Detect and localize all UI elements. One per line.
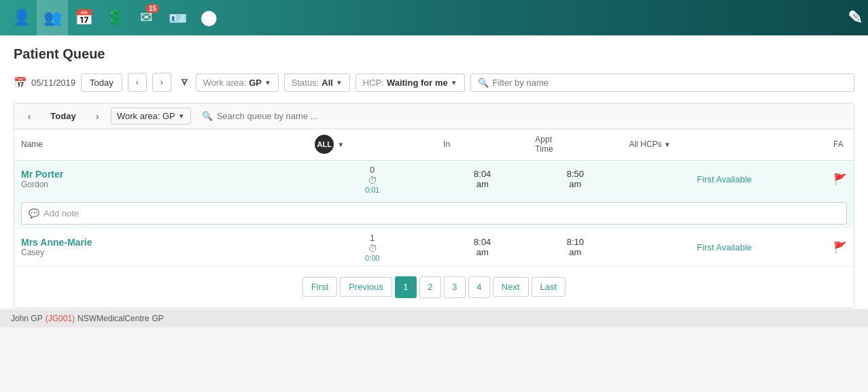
all-badge: ALL [315,135,334,154]
search-icon: 🔍 [478,78,489,88]
status-value: All [322,78,333,88]
clock-icon-1: ⏱ [368,175,377,186]
in-time-2: 8:04 [443,237,521,247]
appt-time-2: 8:10 [535,237,615,247]
flag-icon-2: 🚩 [833,242,847,253]
hcp-cell-1: First Available [622,160,827,198]
first-button[interactable]: First [302,277,337,297]
th-appt-label: Appt [535,135,552,144]
status-caret: ▼ [336,79,343,86]
filter-icon: ⛛ [179,76,190,88]
prev-date-button[interactable]: ‹ [128,73,147,92]
note-input-1[interactable]: 💬 Add note [21,202,847,225]
flag-cell-1[interactable]: 🚩 [827,160,854,198]
th-time-label: Time [535,144,553,154]
hcp-dropdown[interactable]: HCP: Waiting for me ▼ [355,74,465,92]
pagination-row: First Previous 1 2 3 4 Next Last [14,266,854,308]
nav-person-icon[interactable]: 👤 [5,0,37,35]
appt-cell-1: 8:50 am [528,160,622,198]
in-ampm-2: am [443,247,521,257]
workarea-dropdown[interactable]: Work area: GP ▼ [196,74,279,92]
nav-group-icon[interactable]: 👥 [37,0,68,35]
nav-chart-icon[interactable]: ⬤ [193,0,224,35]
name-search-bar[interactable]: 🔍 [470,74,854,92]
patient-num-2: 1 [315,233,430,243]
status-label: Status: [292,78,319,88]
flag-cell-2[interactable]: 🚩 [827,229,854,267]
hcp-value-2: First Available [697,242,752,252]
th-in: In [436,129,528,160]
hcp-value: Waiting for me [387,78,448,88]
note-row-1: 💬 Add note [14,198,854,229]
patient-sub-1: Gordon [21,180,301,189]
queue-prev-button[interactable]: ‹ [21,108,37,125]
today-button[interactable]: Today [81,74,122,92]
date-value: 05/11/2019 [31,78,75,88]
patient-num-cell-1: 0 ⏱ 0:01 [308,160,436,198]
note-bubble-icon: 💬 [29,208,39,218]
mail-badge: 15 [146,4,159,13]
nav-mail-icon[interactable]: ✉ 15 [131,0,162,35]
in-cell-1: 8:04 am [436,160,528,198]
queue-table: Name ALL ▼ In Appt Time [14,129,854,308]
appt-cell-2: 8:10 am [528,229,622,267]
in-time-1: 8:04 [443,169,521,179]
workarea-caret: ▼ [264,79,271,86]
patient-sub-2: Casey [21,248,301,257]
nav-dollar-icon[interactable]: 💲 [99,0,131,35]
all-caret: ▼ [338,141,345,148]
previous-button[interactable]: Previous [340,277,392,297]
queue-workarea-label: Work area: GP [117,111,175,121]
appt-ampm-2: am [535,247,615,257]
page-2-button[interactable]: 2 [419,276,441,298]
name-search-input[interactable] [493,78,847,88]
th-hcp[interactable]: All HCPs ▼ [622,129,827,160]
queue-workarea-select[interactable]: Work area: GP ▼ [111,108,191,125]
last-button[interactable]: Last [532,277,566,297]
table-row[interactable]: Mr Porter Gordon 0 ⏱ 0:01 8:04 am [14,160,854,198]
footer-code: (JG001) [46,314,75,323]
note-cell-1[interactable]: 💬 Add note [14,198,854,229]
page-3-button[interactable]: 3 [444,276,466,298]
footer-user: John GP [11,314,43,323]
page-1-button[interactable]: 1 [395,276,417,298]
status-dropdown[interactable]: Status: All ▼ [284,74,350,92]
main-content: Patient Queue 📅 05/11/2019 Today ‹ › ⛛ W… [0,35,868,308]
th-appt: Appt Time [528,129,622,160]
nav-card-icon[interactable]: 🪪 [162,0,193,35]
date-picker: 📅 05/11/2019 [14,76,75,89]
flag-icon-1: 🚩 [833,174,847,185]
th-fa: FA [827,129,854,160]
toolbar: 📅 05/11/2019 Today ‹ › ⛛ Work area: GP ▼… [14,73,854,92]
patient-name-cell-2: Mrs Anne-Marie Casey [14,229,308,267]
queue-workarea-caret: ▼ [178,112,185,120]
footer-centre: NSWMedicalCentre [77,314,149,323]
queue-today-label: Today [43,111,84,121]
top-navigation: 👤 👥 📅 💲 ✉ 15 🪪 ⬤ ✎ [0,0,868,35]
hcp-value-1: First Available [697,174,752,184]
queue-panel: ‹ Today › Work area: GP ▼ 🔍 Name ALL [14,103,854,308]
queue-search-input[interactable] [217,111,841,121]
queue-next-button[interactable]: › [89,108,105,125]
pagination: First Previous 1 2 3 4 Next Last [14,270,854,305]
table-row[interactable]: Mrs Anne-Marie Casey 1 ⏱ 0:00 8:04 am [14,229,854,267]
next-date-button[interactable]: › [152,73,171,92]
page-4-button[interactable]: 4 [468,276,490,298]
queue-search[interactable]: 🔍 [196,108,847,124]
hcp-cell-2: First Available [622,229,827,267]
footer-bar: John GP (JG001) NSWMedicalCentre GP [0,310,868,327]
clock-icon-2: ⏱ [368,243,377,254]
page-title: Patient Queue [14,46,854,62]
patient-num-1: 0 [315,165,430,175]
appt-time-1: 8:50 [535,169,615,179]
patient-name-cell: Mr Porter Gordon [14,160,308,198]
th-all[interactable]: ALL ▼ [308,129,436,160]
elapsed-2: 0:00 [315,254,430,262]
nav-calendar-icon[interactable]: 📅 [68,0,99,35]
next-button[interactable]: Next [493,277,529,297]
hcp-label: HCP: [363,78,384,88]
queue-header-bar: ‹ Today › Work area: GP ▼ 🔍 [14,103,854,129]
in-ampm-1: am [443,179,521,189]
patient-name-2: Mrs Anne-Marie [21,237,301,248]
queue-search-icon: 🔍 [202,111,213,121]
